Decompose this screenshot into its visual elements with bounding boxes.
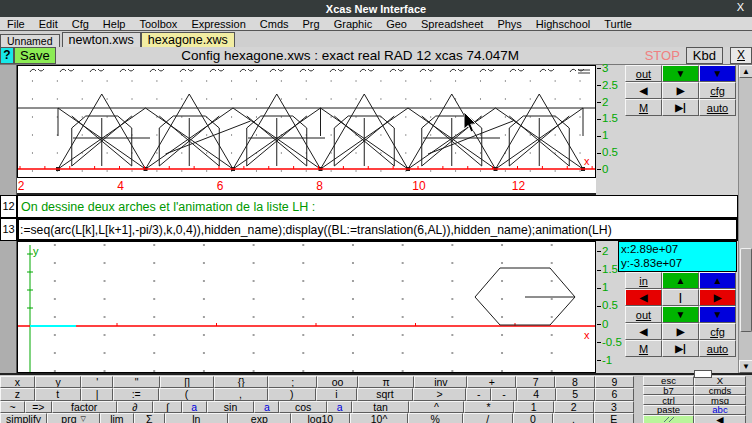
menu-item-phys[interactable]: Phys (490, 18, 528, 30)
key-sqrt[interactable]: sqrt (357, 388, 413, 400)
panel-arrow-icon[interactable]: ▼ (662, 306, 699, 323)
save-button[interactable]: Save (14, 47, 56, 64)
key-2[interactable]: 2 (554, 401, 594, 413)
key-ln[interactable]: ln (165, 413, 228, 423)
help-button[interactable]: ? (0, 47, 14, 64)
key-)[interactable]: ) (268, 388, 316, 400)
level-13-number[interactable]: 13 (0, 218, 17, 241)
key-b7[interactable]: b7 (643, 386, 694, 396)
tab-hexagone-xws[interactable]: hexagone.xws (141, 32, 235, 47)
key--[interactable]: - (491, 388, 516, 400)
key-,[interactable]: , (214, 388, 268, 400)
key-8[interactable]: 8 (555, 376, 594, 388)
g2-panel-button-M[interactable]: M (625, 340, 662, 357)
panel-arrow-icon[interactable]: ▲ (699, 272, 736, 289)
key-kbd-switch[interactable] (643, 415, 694, 423)
menu-item-turtle[interactable]: Turtle (597, 18, 639, 30)
key-%[interactable]: % (408, 413, 463, 423)
key-factor[interactable]: factor (52, 401, 117, 413)
kbd-button[interactable]: Kbd (686, 47, 723, 64)
key-msg[interactable]: msg (694, 395, 746, 405)
tab-session-level[interactable]: Unnamed (0, 34, 60, 47)
key-esc[interactable]: esc (643, 376, 694, 386)
key-oo[interactable]: oo (317, 376, 358, 388)
key-3[interactable]: 3 (594, 401, 634, 413)
menu-item-geo[interactable]: Geo (379, 18, 414, 30)
key-'[interactable]: ' (81, 376, 113, 388)
scroll-up-icon[interactable]: ▲ (739, 65, 752, 78)
key-7[interactable]: 7 (516, 376, 555, 388)
g2-panel-button-auto[interactable]: auto (699, 340, 736, 357)
key-t[interactable]: t (35, 388, 82, 400)
session-scrollbar[interactable]: ▲ ▼ (738, 65, 752, 373)
key-:=[interactable]: := (113, 388, 160, 400)
key-Σ[interactable]: Σ (134, 413, 165, 423)
panel-arrow-icon[interactable]: ▶ (662, 323, 699, 340)
key-∫[interactable]: ∫ (153, 401, 182, 413)
g1-panel-button-cfg[interactable]: cfg (699, 82, 736, 99)
key-10^[interactable]: 10^ (350, 413, 408, 423)
key-/[interactable]: / (463, 413, 513, 423)
level-12-number[interactable]: 12 (0, 195, 17, 218)
key-log10[interactable]: log10 (291, 413, 351, 423)
panel-arrow-icon[interactable]: | (662, 289, 699, 306)
panel-arrow-icon[interactable]: ▶| (662, 340, 699, 357)
key-^[interactable]: ^ (409, 401, 463, 413)
key-~[interactable]: ~ (0, 401, 25, 413)
graph1-drag-strip[interactable] (0, 65, 17, 195)
panel-arrow-icon[interactable]: ▶ (699, 289, 736, 306)
key-E[interactable]: E (594, 413, 634, 423)
key-cos[interactable]: cos (279, 401, 327, 413)
scrollbar-thumb[interactable] (740, 248, 752, 332)
menu-item-cmds[interactable]: Cmds (253, 18, 296, 30)
key-◀[interactable]: ◀ (694, 415, 746, 423)
menu-item-prg[interactable]: Prg (296, 18, 327, 30)
key-([interactable]: ( (159, 388, 213, 400)
key-5[interactable]: 5 (556, 388, 595, 400)
tab-newton-xws[interactable]: newton.xws (62, 32, 141, 47)
session-close-button[interactable]: X (730, 47, 752, 64)
key-|[interactable]: | (81, 388, 113, 400)
level-13-commandline[interactable]: :=seq(arc(L[k],L[k+1],-pi/3),k,0,4)),hid… (17, 218, 738, 241)
key-paste[interactable]: paste (643, 405, 694, 415)
key-=>[interactable]: => (25, 401, 52, 413)
panel-arrow-icon[interactable]: ▲ (662, 272, 699, 289)
menu-item-highschool[interactable]: Highschool (529, 18, 597, 30)
key-a[interactable]: a (182, 401, 207, 413)
menu-item-spreadsheet[interactable]: Spreadsheet (414, 18, 490, 30)
key-+[interactable]: + (467, 376, 516, 388)
stop-button[interactable]: STOP (645, 47, 686, 64)
key-.[interactable]: . (553, 413, 593, 423)
key-π[interactable]: π (358, 376, 414, 388)
panel-arrow-icon[interactable]: ▼ (662, 65, 699, 82)
graph1-canvas[interactable]: x (17, 65, 596, 178)
key-[][interactable]: [] (160, 376, 214, 388)
key-0[interactable]: 0 (513, 413, 553, 423)
key-;[interactable]: ; (268, 376, 317, 388)
panel-arrow-icon[interactable]: ◀ (625, 82, 662, 99)
key-6[interactable]: 6 (595, 388, 634, 400)
panel-arrow-icon[interactable]: ▼ (699, 306, 736, 323)
menu-item-file[interactable]: File (0, 18, 32, 30)
key-1[interactable]: 1 (514, 401, 554, 413)
panel-arrow-icon[interactable]: ▶| (662, 99, 699, 116)
key-simplify[interactable]: simplify (0, 413, 47, 423)
key-abc[interactable]: abc (694, 405, 746, 415)
g1-panel-button-auto[interactable]: auto (699, 99, 736, 116)
key-lim[interactable]: lim (100, 413, 134, 423)
key-inv[interactable]: inv (414, 376, 467, 388)
key-ctrl[interactable]: ctrl (643, 395, 694, 405)
level-12-comment[interactable]: On dessine deux arches et l'animation de… (17, 195, 738, 218)
menu-item-cfg[interactable]: Cfg (65, 18, 96, 30)
key-∂[interactable]: ∂ (117, 401, 153, 413)
window-close-button[interactable]: X (737, 1, 744, 13)
key-tan[interactable]: tan (352, 401, 409, 413)
key-*[interactable]: * (464, 401, 514, 413)
key-prg[interactable]: prg▽ (47, 413, 100, 423)
panel-arrow-icon[interactable]: ▶ (662, 82, 699, 99)
key--[interactable]: - (466, 388, 491, 400)
key-a[interactable]: a (254, 401, 279, 413)
graph2-drag-strip[interactable] (0, 241, 17, 373)
key-i[interactable]: i (316, 388, 357, 400)
key-cmds[interactable]: cmds (694, 386, 746, 396)
